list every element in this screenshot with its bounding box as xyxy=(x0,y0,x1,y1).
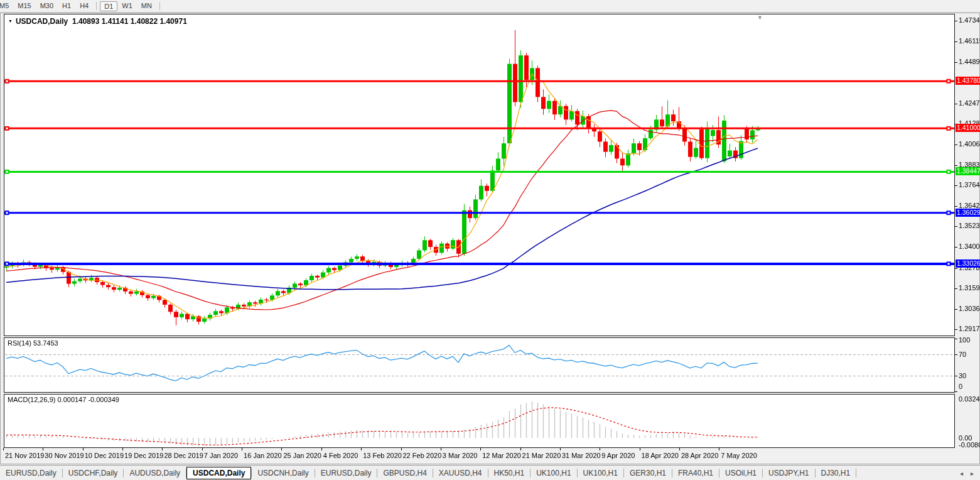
chart-tab-audusd-daily[interactable]: AUDUSD,Daily xyxy=(124,467,186,479)
chart-ohlc-values: 1.40893 1.41141 1.40822 1.40971 xyxy=(72,17,187,26)
timeframe-button-m5[interactable]: M5 xyxy=(0,1,13,11)
chart-tab-usdjpy-h1[interactable]: USDJPY,H1 xyxy=(763,467,814,479)
chart-canvas[interactable] xyxy=(0,0,980,480)
date-axis-label: 28 Dec 2019 xyxy=(164,452,203,459)
date-axis-label: 19 Dec 2019 xyxy=(124,452,163,459)
chart-tab-uk100-h1[interactable]: UK100,H1 xyxy=(578,467,623,479)
tab-scroll-nav: ◂▸ xyxy=(960,470,980,477)
toolbar-separator xyxy=(96,2,97,10)
date-axis-label: 4 Feb 2020 xyxy=(323,452,358,459)
price-axis-label: 1.30365 xyxy=(959,305,980,312)
chart-tab-eurusd-daily[interactable]: EURUSD,Daily xyxy=(0,467,62,479)
macd-axis-label: 0.00 xyxy=(959,434,972,442)
price-axis-label: 1.47340 xyxy=(959,16,980,24)
date-axis-label: 10 Dec 2019 xyxy=(85,452,124,459)
date-axis-label: 21 Nov 2019 xyxy=(5,452,44,459)
chart-tab-usdchf-daily[interactable]: USDCHF,Daily xyxy=(63,467,124,479)
price-axis-label: 1.34005 xyxy=(959,243,980,250)
chart-tab-usdcnh-daily[interactable]: USDCNH,Daily xyxy=(252,467,314,479)
chart-tab-fra40-h1[interactable]: FRA40,H1 xyxy=(672,467,719,479)
chart-tab-usoil-h1[interactable]: USOil,H1 xyxy=(719,467,762,479)
macd-axis-label: 0.032493 xyxy=(959,395,980,403)
price-axis-label: 1.35230 xyxy=(959,222,980,229)
date-axis-label: 22 Feb 2020 xyxy=(403,452,442,459)
date-axis-label: 25 Jan 2020 xyxy=(283,452,321,459)
rsi-indicator-label: RSI(14) 53.7453 xyxy=(8,339,58,347)
tab-separator xyxy=(856,469,856,477)
chart-tab-gbpusd-h4[interactable]: GBPUSD,H4 xyxy=(377,467,432,479)
timeframe-button-w1[interactable]: W1 xyxy=(117,1,137,11)
chart-tab-xauusd-h4[interactable]: XAUUSD,H4 xyxy=(433,467,488,479)
price-axis-label: 1.40060 xyxy=(959,140,980,148)
chart-shift-marker-icon: ▼ xyxy=(757,14,763,21)
rsi-axis-label: 30 xyxy=(959,372,966,379)
hline-price-badge: 1.33026 xyxy=(956,259,980,268)
timeframe-button-h1[interactable]: H1 xyxy=(58,1,75,11)
chart-tab-usdcad-daily[interactable]: USDCAD,Daily xyxy=(186,467,251,479)
date-axis-label: 16 Jan 2020 xyxy=(244,452,282,459)
date-axis-label: 3 Mar 2020 xyxy=(443,452,478,459)
tab-scroll-left-icon[interactable]: ◂ xyxy=(960,470,963,477)
price-axis-label: 1.46115 xyxy=(959,37,980,45)
chart-tab-bar: EURUSD,DailyUSDCHF,DailyAUDUSD,DailyUSDC… xyxy=(0,465,980,480)
date-axis-label: 30 Nov 2019 xyxy=(45,452,83,459)
hline-price-badge: 1.36029 xyxy=(956,209,980,217)
chart-title: ▼USDCAD,Daily 1.40893 1.41141 1.40822 1.… xyxy=(8,17,187,26)
timeframe-button-m30[interactable]: M30 xyxy=(36,1,58,11)
chart-tab-ger30-h1[interactable]: GER30,H1 xyxy=(624,467,672,479)
hline-price-badge: 1.43780 xyxy=(956,77,980,85)
price-axis-label: 1.44890 xyxy=(959,58,980,65)
date-axis-label: 7 May 2020 xyxy=(721,452,757,459)
date-axis-label: 7 Jan 2020 xyxy=(204,452,238,459)
rsi-axis-label: 100 xyxy=(959,336,970,344)
timeframe-button-d1[interactable]: D1 xyxy=(100,1,117,11)
timeframe-toolbar: M5M15M30H1H4D1W1MN xyxy=(0,0,980,13)
rsi-axis-label: 0 xyxy=(959,383,962,390)
chart-tab-eurusd-daily[interactable]: EURUSD,Daily xyxy=(315,467,377,479)
timeframe-button-m15[interactable]: M15 xyxy=(13,1,35,11)
rsi-axis-label: 70 xyxy=(959,351,966,358)
hline-price-badge: 1.41000 xyxy=(956,124,980,132)
chart-tab-dj30-h1[interactable]: DJ30,H1 xyxy=(816,467,856,479)
chart-tab-uk100-h1[interactable]: UK100,H1 xyxy=(530,467,576,479)
date-axis-label: 13 Feb 2020 xyxy=(363,452,402,459)
macd-indicator-label: MACD(12,26,9) 0.000147 -0.000349 xyxy=(8,396,119,403)
macd-axis-label: -0.00808 xyxy=(959,441,980,449)
date-axis-label: 9 Apr 2020 xyxy=(601,452,635,459)
date-axis-label: 12 Mar 2020 xyxy=(482,452,521,459)
mt4-terminal: { "toolbar": { "timeframes": ["M5","M15"… xyxy=(0,0,980,480)
hline-price-badge: 1.38447 xyxy=(956,167,980,175)
timeframe-button-h4[interactable]: H4 xyxy=(75,1,93,11)
date-axis-label: 21 Mar 2020 xyxy=(522,452,561,459)
chevron-down-icon[interactable]: ▼ xyxy=(8,19,13,23)
tab-scroll-right-icon[interactable]: ▸ xyxy=(971,470,974,477)
date-axis-label: 31 Mar 2020 xyxy=(562,452,601,459)
date-axis-label: 18 Apr 2020 xyxy=(642,452,679,459)
timeframe-button-mn[interactable]: MN xyxy=(137,1,156,11)
price-axis-label: 1.42475 xyxy=(959,99,980,107)
price-axis-label: 1.31590 xyxy=(959,284,980,292)
chart-tab-hk50-h1[interactable]: HK50,H1 xyxy=(488,467,530,479)
toolbar-separator xyxy=(159,2,160,10)
date-axis-label: 28 Apr 2020 xyxy=(681,452,718,459)
price-axis-label: 1.29175 xyxy=(959,325,980,332)
price-axis-label: 1.37645 xyxy=(959,181,980,188)
chart-symbol: USDCAD,Daily xyxy=(16,17,68,26)
